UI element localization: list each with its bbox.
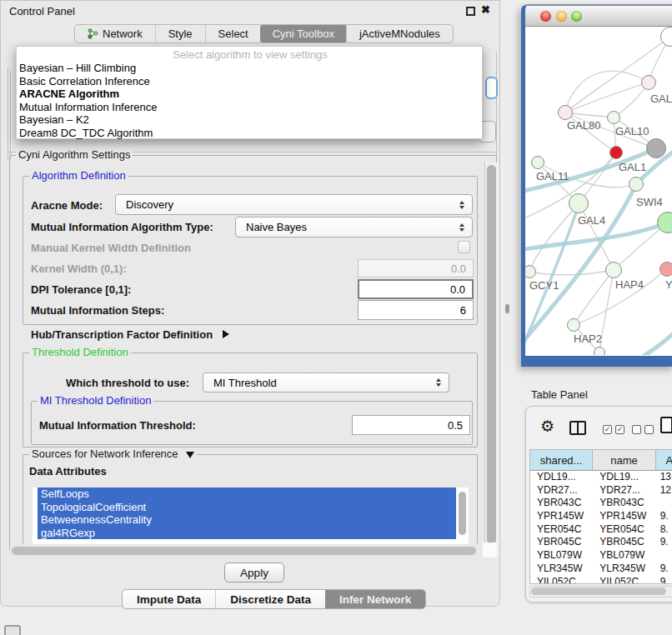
attributes-list-scrollbar[interactable]: [459, 492, 466, 535]
tab-network[interactable]: Network: [75, 25, 155, 42]
attribute-list-item[interactable]: gal4RGexp: [38, 527, 456, 540]
mi-threshold-input[interactable]: 0.5: [352, 415, 470, 435]
table-cell: YDR27...: [593, 484, 655, 498]
table-cell: YLR345W: [530, 562, 593, 576]
gear-icon[interactable]: ⚙: [540, 417, 554, 435]
settings-vertical-scroll-thumb[interactable]: [487, 165, 496, 544]
table-row[interactable]: YLR345WYLR345W9.: [530, 562, 672, 576]
table-cell: [656, 497, 672, 510]
network-node-gal1[interactable]: [609, 146, 623, 159]
tab-jactivemnodules[interactable]: jActiveMNodules: [346, 25, 453, 42]
table-column-header[interactable]: shared...: [530, 450, 593, 470]
network-node-gal[interactable]: [641, 75, 656, 90]
attribute-list-item[interactable]: SelfLoops: [38, 488, 456, 501]
table-row[interactable]: YPR145WYPR145W9.: [530, 510, 672, 523]
settings-horizontal-scroll-thumb[interactable]: [12, 547, 476, 555]
table-cell: [656, 549, 672, 562]
collapse-down-icon: [186, 452, 194, 458]
network-edge[interactable]: [624, 328, 672, 355]
network-node-swi4[interactable]: [629, 177, 644, 192]
algorithm-option[interactable]: Dream8 DC_TDC Algorithm: [17, 127, 484, 140]
node-attribute-table: shared...nameA YDL19...YDL19...13YDR27..…: [529, 449, 672, 584]
network-node-hap2[interactable]: [567, 318, 580, 332]
network-node-y[interactable]: [659, 262, 672, 277]
zoom-window-icon[interactable]: [571, 11, 582, 22]
network-canvas[interactable]: GALGAL80GAL10GAL1GAL11SWI4GAL4GCY1HAP4YH…: [525, 27, 672, 355]
algorithm-definition-label: Algorithm Definition: [29, 170, 128, 182]
manual-kernel-label: Manual Kernel Width Definition: [31, 242, 191, 254]
network-edge[interactable]: [529, 270, 614, 275]
network-node-gal4[interactable]: [569, 193, 589, 213]
network-node-label: GAL1: [619, 161, 646, 173]
which-threshold-select[interactable]: MI Threshold: [203, 372, 449, 392]
tab-style[interactable]: Style: [155, 25, 205, 42]
algorithm-option[interactable]: Mutual Information Inference: [17, 101, 484, 114]
tab-impute-data[interactable]: Impute Data: [123, 590, 215, 608]
tab-label: Select: [218, 28, 248, 40]
network-node[interactable]: [594, 347, 605, 355]
network-node-gal11[interactable]: [531, 156, 544, 169]
table-row[interactable]: YER054CYER054C8.: [530, 523, 672, 537]
manual-kernel-checkbox[interactable]: [458, 241, 470, 253]
network-node-hap4[interactable]: [605, 262, 622, 278]
mi-type-select[interactable]: Naive Bayes: [235, 217, 473, 238]
algorithm-option[interactable]: Bayesian – K2: [17, 113, 484, 127]
table-column-header[interactable]: name: [593, 450, 655, 470]
algorithm-option[interactable]: ARACNE Algorithm: [17, 88, 484, 101]
float-window-icon[interactable]: [466, 7, 475, 16]
network-node-label: GAL: [650, 92, 672, 105]
table-row[interactable]: YBL079WYBL079W: [530, 549, 672, 562]
unchecked-checkbox-icon[interactable]: [632, 425, 641, 434]
hub-definition-toggle[interactable]: Hub/Transcription Factor Definition: [31, 328, 229, 341]
mi-steps-input[interactable]: 6: [358, 300, 474, 320]
document-icon[interactable]: [660, 417, 672, 433]
network-node-label: GAL80: [567, 119, 600, 132]
tab-select[interactable]: Select: [205, 25, 261, 42]
checked-checkbox-icon[interactable]: ✓: [603, 425, 612, 434]
kernel-width-input[interactable]: 0.0: [358, 259, 474, 278]
table-cell: YDL19...: [530, 471, 593, 484]
table-row[interactable]: YDL19...YDL19...13: [530, 471, 672, 484]
apply-button[interactable]: Apply: [224, 562, 284, 582]
table-cell: YBL079W: [530, 549, 593, 562]
table-row[interactable]: YBR043CYBR043C: [530, 497, 672, 510]
sources-group-toggle[interactable]: Sources for Network Inference: [29, 448, 197, 460]
column-browser-icon[interactable]: [569, 421, 586, 435]
tab-infer-network[interactable]: Infer Network: [325, 590, 425, 608]
network-edge[interactable]: [529, 203, 579, 272]
table-cell: YLR345W: [593, 562, 655, 576]
split-pane-divider-handle[interactable]: [505, 304, 509, 313]
table-row[interactable]: YIL052CYIL052C9: [530, 576, 672, 585]
close-panel-icon[interactable]: ✖: [481, 3, 490, 16]
algorithm-option[interactable]: Bayesian – Hill Climbing: [17, 62, 484, 75]
unchecked-checkbox-icon[interactable]: [644, 425, 654, 434]
network-window-titlebar[interactable]: [525, 6, 672, 27]
data-attributes-list[interactable]: SelfLoopsTopologicalCoefficientBetweenne…: [33, 488, 469, 544]
algorithm-option[interactable]: Basic Correlation Inference: [17, 75, 484, 88]
table-row[interactable]: YDR27...YDR27...12: [530, 484, 672, 498]
network-edge[interactable]: [565, 71, 649, 112]
table-cell: YDR27...: [530, 484, 593, 498]
table-horizontal-scroll-thumb[interactable]: [531, 588, 666, 595]
attribute-list-item[interactable]: BetweennessCentrality: [38, 513, 456, 527]
table-cell: YBR045C: [593, 536, 655, 549]
close-window-icon[interactable]: [540, 11, 551, 22]
dpi-tolerance-input[interactable]: 0.0: [358, 279, 474, 299]
tab-cyni-toolbox[interactable]: Cyni Toolbox: [260, 25, 347, 42]
table-column-header[interactable]: A: [656, 450, 672, 470]
network-node-gal80[interactable]: [558, 105, 573, 120]
network-node-label: SWI4: [636, 196, 663, 208]
collapsed-panel-button[interactable]: [4, 625, 21, 635]
tab-discretize-data[interactable]: Discretize Data: [215, 590, 325, 608]
table-cell: 9: [656, 576, 672, 585]
table-cell: YBL079W: [593, 549, 655, 562]
checked-checkbox-icon[interactable]: ✓: [615, 425, 624, 434]
tab-label: Style: [168, 28, 193, 40]
network-node[interactable]: [646, 138, 666, 158]
algorithm-dropdown-placeholder: Select algorithm to view settings: [17, 48, 484, 61]
table-row[interactable]: YBR045CYBR045C9.: [530, 536, 672, 549]
aracne-mode-select[interactable]: Discovery: [115, 194, 473, 215]
network-node-gal10[interactable]: [607, 111, 620, 124]
minimize-window-icon[interactable]: [556, 11, 567, 22]
attribute-list-item[interactable]: TopologicalCoefficient: [38, 501, 456, 514]
